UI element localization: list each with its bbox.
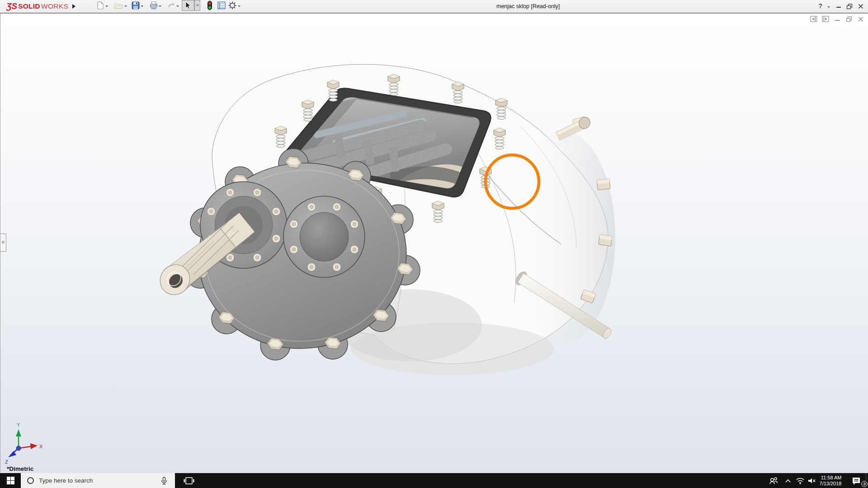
solidworks-logo: ƷS SOLID WORKS: [6, 0, 74, 13]
people-icon: [769, 476, 778, 485]
print-icon: [149, 1, 158, 10]
triad-z-label: Z: [5, 459, 8, 465]
model-canvas[interactable]: Y X Z: [0, 14, 868, 473]
feature-pane-tab[interactable]: [0, 234, 6, 252]
traffic-light-icon: [206, 0, 213, 10]
open-button[interactable]: [113, 0, 124, 11]
desktop: ƷS SOLID WORKS: [0, 0, 868, 488]
start-button[interactable]: [0, 473, 21, 488]
pane-right-icon: [822, 16, 829, 22]
undo-icon: [167, 1, 176, 10]
close-button[interactable]: [858, 0, 864, 13]
doc-minimize-button[interactable]: [833, 15, 841, 22]
save-button[interactable]: [130, 0, 141, 11]
view-orientation-label: *Dimetric: [7, 465, 33, 472]
windows-logo-icon: [7, 477, 14, 484]
brand-bold: SOLID: [18, 2, 40, 10]
new-document-icon: [96, 1, 105, 10]
doc-close-icon: [858, 16, 864, 22]
restore-button[interactable]: [846, 0, 853, 13]
taskbar-search[interactable]: [21, 473, 175, 488]
restore-icon: [846, 3, 853, 9]
gear-icon: [228, 1, 237, 10]
doc-close-button[interactable]: [857, 15, 864, 22]
solidworks-logo-icon: ƷS SOLID WORKS: [6, 1, 74, 12]
new-document-button[interactable]: [95, 0, 106, 11]
help-caret[interactable]: [827, 1, 830, 14]
minimize-icon: [835, 3, 842, 9]
properties-list-icon: [217, 1, 226, 10]
print-caret[interactable]: [159, 0, 161, 13]
help-button[interactable]: ?: [818, 2, 822, 9]
tray-date: 7/13/2018: [820, 481, 842, 487]
document-title: menjac sklop [Read-only]: [496, 3, 560, 9]
action-center-button[interactable]: 3: [847, 473, 865, 488]
tray-clock[interactable]: 11:58 AM 7/13/2018: [816, 473, 844, 488]
task-view-button[interactable]: [179, 473, 199, 488]
tray-time: 11:58 AM: [820, 475, 842, 481]
menu-flyout-button[interactable]: [72, 0, 75, 13]
collapse-pane-right-button[interactable]: [821, 15, 829, 22]
undo-button[interactable]: [166, 0, 177, 11]
task-view-icon: [183, 475, 195, 487]
pane-left-icon: [810, 16, 817, 22]
settings-caret[interactable]: [238, 0, 241, 13]
wifi-icon: [796, 477, 805, 484]
titlebar: ƷS SOLID WORKS: [0, 0, 868, 14]
tray-people-button[interactable]: [766, 473, 781, 488]
triad-y-label: Y: [17, 422, 20, 427]
show-desktop-button[interactable]: [866, 473, 868, 488]
tray-overflow-button[interactable]: [782, 473, 794, 488]
graphics-viewport[interactable]: Y X Z: [0, 14, 868, 473]
pane-tab-dot-icon: [2, 241, 5, 244]
open-caret[interactable]: [124, 0, 127, 13]
chevron-up-icon: [785, 479, 791, 483]
orientation-triad: Y X Z: [5, 422, 43, 465]
windows-taskbar: e C:\_: [0, 473, 868, 488]
traffic-light-button[interactable]: [204, 0, 215, 11]
stub-shaft[interactable]: [557, 115, 592, 136]
output-shaft-boss[interactable]: [283, 196, 365, 277]
close-icon: [858, 3, 864, 9]
document-window-controls: [810, 15, 864, 22]
microphone-icon[interactable]: [160, 476, 168, 485]
open-folder-icon: [113, 1, 123, 10]
print-button[interactable]: [148, 0, 159, 11]
gearbox-model[interactable]: [154, 64, 615, 375]
search-input[interactable]: [39, 477, 147, 484]
doc-restore-button[interactable]: [845, 15, 853, 22]
speaker-mute-icon: [807, 477, 816, 484]
cortana-icon: [27, 477, 34, 484]
collapse-pane-left-button[interactable]: [810, 15, 817, 22]
triad-x-label: X: [39, 444, 43, 449]
minimize-button[interactable]: [835, 0, 842, 13]
properties-list-button[interactable]: [216, 0, 227, 11]
brand-light: WORKS: [41, 2, 68, 10]
action-center-icon: [851, 476, 861, 485]
tray-network-button[interactable]: [794, 473, 807, 488]
save-caret[interactable]: [141, 0, 143, 13]
doc-restore-icon: [846, 16, 852, 22]
new-document-caret[interactable]: [105, 0, 108, 13]
flyout-arrow-icon: [72, 4, 75, 9]
select-button[interactable]: [182, 0, 194, 11]
select-caret[interactable]: [194, 0, 200, 11]
doc-minimize-icon: [834, 16, 840, 22]
undo-caret[interactable]: [176, 0, 179, 13]
settings-button[interactable]: [227, 0, 238, 11]
brand-mark: ƷS: [6, 1, 18, 11]
select-cursor-icon: [184, 1, 192, 9]
save-floppy-icon: [131, 1, 140, 10]
